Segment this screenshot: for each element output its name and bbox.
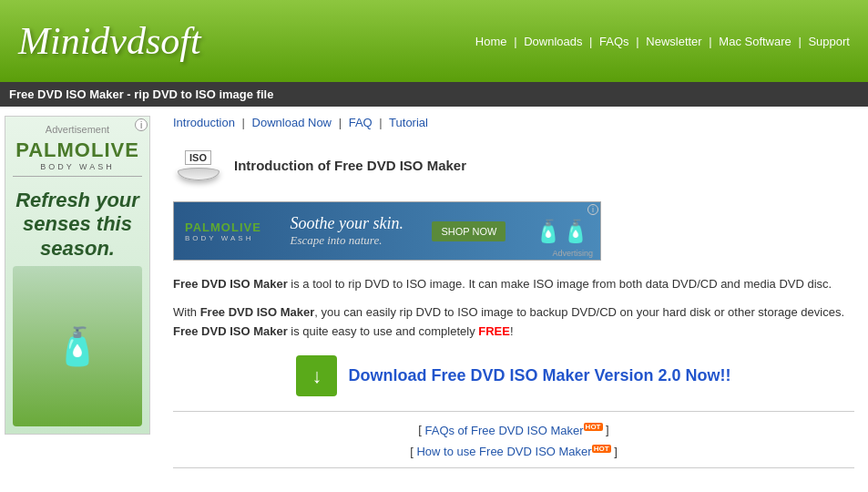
- ad-banner-left: PALMOLIVE BODY WASH: [185, 220, 261, 242]
- product-header: ISO Introduction of Free DVD ISO Maker: [173, 140, 854, 190]
- download-text[interactable]: Download Free DVD ISO Maker Version 2.0 …: [348, 366, 730, 385]
- download-section: ↓ Download Free DVD ISO Maker Version 2.…: [173, 355, 854, 396]
- faq-link[interactable]: FAQs of Free DVD ISO MakerHOT: [425, 424, 603, 437]
- nav-downloads[interactable]: Downloads: [524, 35, 582, 48]
- ad-banner-bottles-icon: 🧴🧴: [535, 219, 589, 244]
- desc2-mid: , you can easily rip DVD to ISO image to…: [314, 305, 844, 319]
- divider-1: [173, 411, 854, 412]
- ad-banner-sub: Escape into nature.: [290, 233, 403, 248]
- breadcrumb-tutorial[interactable]: Tutorial: [389, 116, 428, 129]
- product-icon: ISO: [173, 140, 223, 190]
- header: Minidvdsoft Home | Downloads | FAQs | Ne…: [0, 0, 868, 82]
- nav-sep-1: |: [514, 35, 516, 48]
- howto-link-item: [ How to use Free DVD ISO MakerHOT ]: [173, 445, 854, 458]
- nav-faqs[interactable]: FAQs: [599, 35, 629, 48]
- nav-newsletter[interactable]: Newsletter: [646, 35, 701, 48]
- sidebar-ad: i Advertisement PALMOLIVE BODY WASH Refr…: [5, 116, 150, 435]
- ad-info-icon[interactable]: i: [135, 118, 148, 131]
- desc1-bold: Free DVD ISO Maker: [173, 277, 288, 291]
- desc2-prefix: With: [173, 305, 200, 319]
- ad-banner-brand: PALMOLIVE: [185, 220, 261, 234]
- breadcrumb-introduction[interactable]: Introduction: [173, 116, 235, 129]
- faq-link-item: [ FAQs of Free DVD ISO MakerHOT ]: [173, 423, 854, 436]
- page-title-bar: Free DVD ISO Maker - rip DVD to ISO imag…: [0, 82, 868, 107]
- disc-icon: [178, 168, 220, 180]
- ad-brand: PALMOLIVE: [15, 138, 139, 162]
- nav-home[interactable]: Home: [475, 35, 507, 48]
- nav-support[interactable]: Support: [808, 35, 850, 48]
- description-2: With Free DVD ISO Maker, you can easily …: [173, 303, 854, 342]
- ad-banner-watermark: Advertising: [552, 249, 593, 258]
- ad-banner-middle: Soothe your skin. Escape into nature.: [290, 214, 403, 248]
- howto-link[interactable]: How to use Free DVD ISO MakerHOT: [416, 445, 610, 458]
- nav-sep-3: |: [636, 35, 638, 48]
- nav-mac-software[interactable]: Mac Software: [719, 35, 791, 48]
- ad-banner-line: BODY WASH: [185, 234, 261, 242]
- nav: Home | Downloads | FAQs | Newsletter | M…: [475, 35, 850, 48]
- breadcrumb-download-now[interactable]: Download Now: [252, 116, 332, 129]
- content: Introduction | Download Now | FAQ | Tuto…: [159, 107, 868, 487]
- bottle-icon: 🧴: [55, 325, 100, 368]
- divider-2: [173, 467, 854, 468]
- ad-image: 🧴: [13, 266, 142, 426]
- desc2-bold: Free DVD ISO Maker: [200, 305, 315, 319]
- page-title: Free DVD ISO Maker - rip DVD to ISO imag…: [9, 87, 273, 101]
- breadcrumb: Introduction | Download Now | FAQ | Tuto…: [173, 116, 854, 129]
- desc2-free: FREE: [478, 324, 510, 338]
- nav-sep-2: |: [589, 35, 592, 48]
- ad-banner-info-icon[interactable]: i: [587, 204, 598, 215]
- product-title: Introduction of Free DVD ISO Maker: [234, 158, 466, 173]
- download-arrow-icon: ↓: [311, 364, 322, 388]
- ad-banner-shop-button[interactable]: SHOP NOW: [432, 221, 505, 241]
- desc2-exclaim: !: [510, 324, 514, 338]
- ad-tagline: Refresh your senses this season.: [13, 189, 142, 261]
- description-1: Free DVD ISO Maker is a tool to rip DVD …: [173, 275, 854, 294]
- nav-sep-4: |: [709, 35, 711, 48]
- ad-sidebar-label: Advertisement: [46, 124, 109, 135]
- sidebar: i Advertisement PALMOLIVE BODY WASH Refr…: [0, 107, 159, 487]
- breadcrumb-sep-1: |: [242, 116, 245, 129]
- ad-banner: i PALMOLIVE BODY WASH Soothe your skin. …: [173, 201, 601, 261]
- iso-label: ISO: [185, 150, 211, 165]
- nav-sep-5: |: [798, 35, 801, 48]
- faq-hot-badge: HOT: [584, 423, 603, 431]
- breadcrumb-sep-2: |: [339, 116, 342, 129]
- links-section: [ FAQs of Free DVD ISO MakerHOT ] [ How …: [173, 423, 854, 458]
- ad-banner-tagline: Soothe your skin.: [290, 214, 403, 233]
- logo[interactable]: Minidvdsoft: [18, 19, 201, 63]
- desc1-rest: is a tool to rip DVD to ISO image. It ca…: [288, 277, 832, 291]
- breadcrumb-faq[interactable]: FAQ: [349, 116, 373, 129]
- main-layout: i Advertisement PALMOLIVE BODY WASH Refr…: [0, 107, 868, 487]
- howto-hot-badge: HOT: [592, 445, 611, 453]
- ad-line: BODY WASH: [40, 162, 115, 171]
- download-icon: ↓: [296, 355, 337, 396]
- desc2-end: is quite easy to use and completely: [288, 324, 479, 338]
- breadcrumb-sep-3: |: [379, 116, 382, 129]
- desc2-bold2: Free DVD ISO Maker: [173, 324, 288, 338]
